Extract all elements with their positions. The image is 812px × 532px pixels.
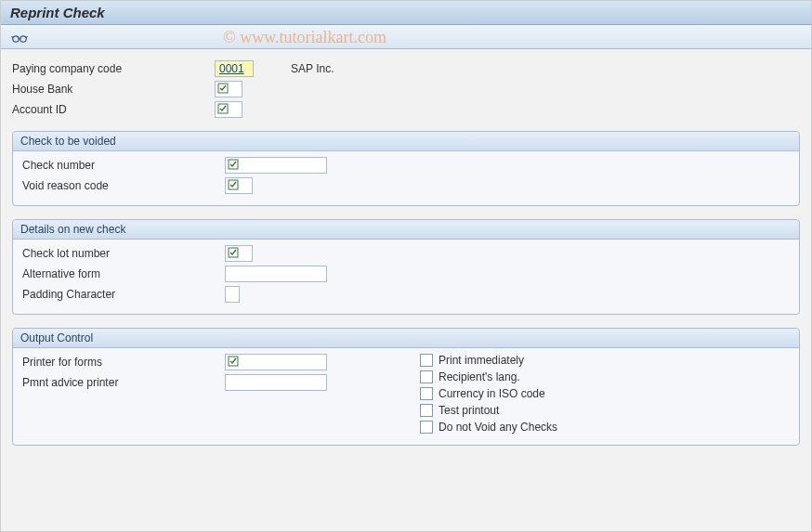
paying-company-code-label: Paying company code [12, 62, 207, 75]
group-check-voided-header: Check to be voided [13, 132, 799, 151]
printer-forms-label: Printer for forms [22, 356, 217, 369]
pmnt-advice-label: Pmnt advice printer [22, 376, 217, 389]
svg-point-1 [20, 36, 26, 42]
do-not-void-checkbox[interactable] [420, 421, 433, 434]
print-immediately-checkbox[interactable] [420, 354, 433, 367]
main-content: Paying company code 0001 SAP Inc. House … [1, 49, 811, 457]
toolbar [1, 25, 811, 49]
group-check-voided: Check to be voided Check number Void rea… [12, 131, 800, 206]
pmnt-advice-input[interactable] [225, 374, 327, 391]
check-lot-label: Check lot number [22, 247, 217, 260]
house-bank-input[interactable] [215, 81, 242, 97]
recipients-lang-checkbox[interactable] [420, 370, 433, 383]
group-output-control-header: Output Control [13, 329, 799, 348]
print-immediately-label: Print immediately [439, 354, 524, 367]
paying-company-code-value[interactable]: 0001 [215, 60, 254, 77]
recipients-lang-label: Recipient's lang. [439, 370, 520, 383]
padding-input[interactable] [225, 286, 240, 303]
company-name: SAP Inc. [268, 62, 800, 75]
account-id-input[interactable] [215, 101, 242, 118]
account-id-label: Account ID [12, 103, 207, 116]
svg-point-0 [13, 36, 19, 42]
void-reason-label: Void reason code [22, 179, 217, 192]
alt-form-label: Alternative form [22, 267, 217, 280]
check-lot-input[interactable] [225, 245, 253, 262]
do-not-void-label: Do not Void any Checks [439, 421, 557, 434]
house-bank-label: House Bank [12, 83, 207, 96]
group-output-control: Output Control Printer for forms Pmnt ad… [12, 328, 800, 446]
check-number-input[interactable] [225, 157, 327, 174]
padding-label: Padding Character [22, 288, 217, 301]
check-number-label: Check number [22, 159, 217, 172]
group-new-check-header: Details on new check [13, 220, 799, 240]
glasses-icon[interactable] [10, 29, 29, 47]
group-new-check: Details on new check Check lot number Al… [12, 219, 800, 315]
printer-forms-input[interactable] [225, 354, 327, 370]
page-title: Reprint Check [1, 1, 811, 25]
currency-iso-label: Currency in ISO code [439, 387, 545, 400]
test-printout-label: Test printout [439, 404, 499, 417]
currency-iso-checkbox[interactable] [420, 387, 433, 400]
test-printout-checkbox[interactable] [420, 404, 433, 417]
void-reason-input[interactable] [225, 177, 253, 194]
alt-form-input[interactable] [225, 266, 327, 282]
